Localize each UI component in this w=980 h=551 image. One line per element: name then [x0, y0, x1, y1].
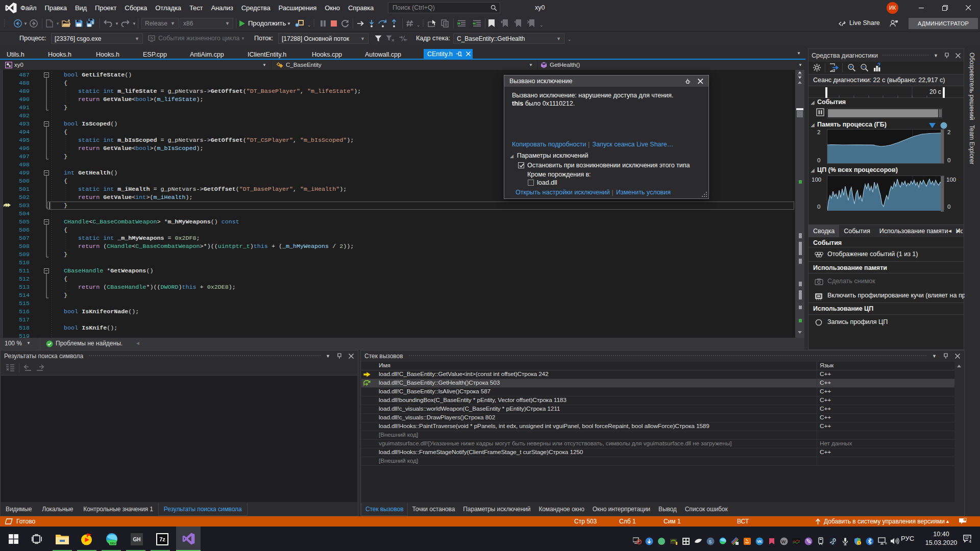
svg-text:1: 1 [964, 518, 966, 521]
svg-text:?: ? [877, 63, 880, 68]
svg-text:W: W [781, 539, 786, 544]
svg-text:VK: VK [757, 540, 762, 543]
svg-text:4: 4 [969, 539, 971, 543]
svg-text:!: ! [859, 541, 860, 545]
svg-text:DEV: DEV [110, 542, 116, 545]
svg-text:5: 5 [709, 539, 712, 544]
